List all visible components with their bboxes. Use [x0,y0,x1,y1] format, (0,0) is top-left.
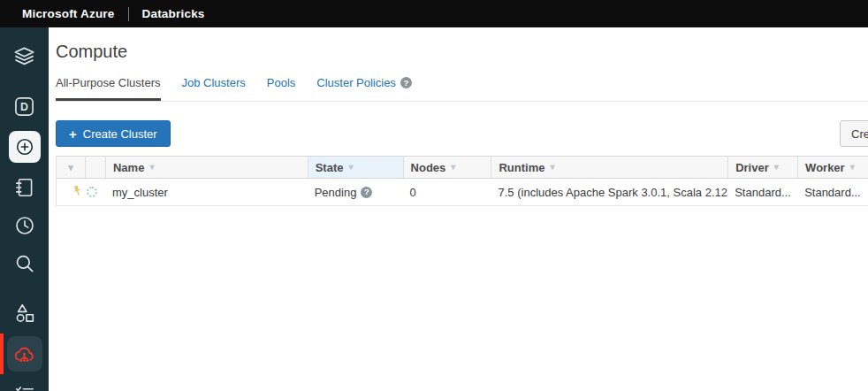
checklist-icon [13,383,36,391]
toolbar: + Create Cluster Cre [56,120,868,147]
sidebar-item-search[interactable] [0,246,49,281]
tab-label: Cluster Policies [316,76,396,89]
plus-icon: + [69,127,77,141]
driver-value: Standard... [735,186,791,199]
worker-value: Standard... [804,186,861,199]
help-icon[interactable]: ? [400,77,412,88]
column-header-nodes[interactable]: Nodes ▾ [403,157,491,178]
sort-icon: ▾ [550,163,554,172]
sidebar-item-persona[interactable]: D [0,88,49,124]
cluster-runtime-cell: 7.5 (includes Apache Spark 3.0.1, Scala … [491,179,728,205]
column-label: Name [113,161,144,174]
column-label: Driver [735,161,769,174]
cluster-name[interactable]: my_cluster [112,186,168,199]
azure-brand-link[interactable]: Microsoft Azure [22,7,115,20]
sidebar-item-create[interactable] [0,126,49,167]
secondary-button-label: Cre [851,127,868,141]
row-status-cell [85,179,105,205]
column-label: Runtime [499,161,544,174]
topbar-divider [128,7,129,21]
select-all-dropdown[interactable]: ▾ [57,157,85,178]
sidebar-item-data[interactable] [0,295,49,331]
tab-job-clusters[interactable]: Job Clusters [182,76,246,101]
d-badge-icon: D [12,95,36,119]
create-cluster-label: Create Cluster [83,127,157,141]
column-header-icons [85,157,105,178]
notebook-icon [13,176,36,199]
column-header-state[interactable]: State ▾ [308,157,403,178]
caret-down-icon: ▾ [68,163,73,172]
table-header-row: ▾ Name ▾ State ▾ Nodes ▾ Runtime ▾ Drive… [57,156,868,179]
databricks-brand-link[interactable]: Databricks [142,7,205,20]
column-header-driver[interactable]: Driver ▾ [727,157,797,178]
state-value: Pending [315,186,357,199]
sidebar-item-jobs[interactable] [0,377,49,391]
column-label: State [316,161,344,174]
nodes-value: 0 [410,186,416,199]
cluster-nodes-cell: 0 [403,179,491,205]
tab-all-purpose-clusters[interactable]: All-Purpose Clusters [56,76,161,101]
cluster-cloud-icon [7,336,42,372]
row-pin-cell [57,179,85,205]
tab-label: Job Clusters [182,76,246,89]
sort-icon: ▾ [774,163,779,172]
databricks-stack-icon [12,45,36,69]
plus-circle-icon [9,131,41,163]
create-cluster-button[interactable]: + Create Cluster [56,120,171,147]
sidebar-item-compute[interactable] [0,334,49,374]
tab-bar: All-Purpose Clusters Job Clusters Pools … [56,76,868,102]
search-icon [13,252,36,275]
column-label: Worker [805,161,845,174]
column-label: Nodes [411,161,446,174]
sidebar-item-recents[interactable] [0,208,49,243]
runtime-value: 7.5 (includes Apache Spark 3.0.1, Scala … [499,186,728,199]
tab-label: All-Purpose Clusters [56,76,161,89]
svg-text:D: D [20,101,28,113]
loading-spinner-icon [87,187,97,197]
clock-icon [13,214,36,237]
main-content: Compute All-Purpose Clusters Job Cluster… [49,27,868,391]
sort-icon: ▾ [850,163,855,172]
tab-label: Pools [267,76,296,89]
tab-pools[interactable]: Pools [267,76,296,101]
sidebar-item-workspace[interactable] [0,170,49,205]
cluster-name-cell[interactable]: my_cluster [105,179,308,205]
top-bar: Microsoft Azure Databricks [0,0,868,27]
column-header-worker[interactable]: Worker ▾ [797,157,868,178]
sort-icon: ▾ [149,163,154,172]
tab-cluster-policies[interactable]: Cluster Policies ? [316,76,412,101]
cluster-driver-cell: Standard... [727,179,797,205]
table-row[interactable]: my_cluster Pending ? 0 7.5 (includes Apa… [57,179,868,206]
shapes-icon [13,302,36,325]
secondary-create-button[interactable]: Cre [840,120,868,147]
clusters-table: ▾ Name ▾ State ▾ Nodes ▾ Runtime ▾ Drive… [56,156,868,206]
column-header-runtime[interactable]: Runtime ▾ [491,157,727,178]
pin-icon[interactable] [72,185,83,199]
sort-icon: ▾ [349,163,354,172]
sidebar-item-home[interactable] [0,39,49,74]
column-header-name[interactable]: Name ▾ [105,157,308,178]
sort-icon: ▾ [451,163,455,172]
page-title: Compute [56,42,868,62]
sidebar: D [0,27,49,391]
help-icon[interactable]: ? [361,187,372,198]
cluster-state-cell: Pending ? [308,179,403,205]
cluster-worker-cell: Standard... [797,179,868,205]
active-indicator [0,334,4,374]
